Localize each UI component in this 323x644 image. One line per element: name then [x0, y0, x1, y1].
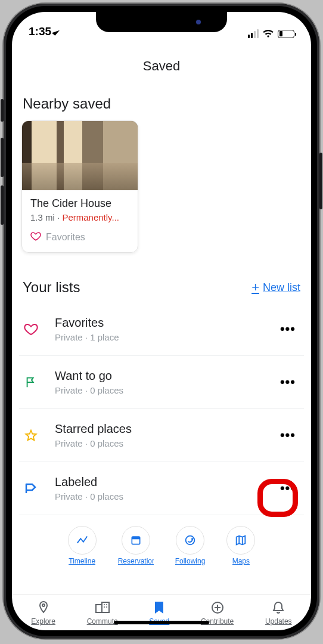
notch: [96, 12, 227, 32]
location-services-icon: [52, 27, 60, 36]
nearby-heading: Nearby saved: [19, 95, 304, 120]
heart-icon: [30, 231, 41, 244]
svg-rect-5: [102, 602, 109, 612]
more-icon[interactable]: •••: [278, 424, 298, 447]
chip-maps[interactable]: Maps: [226, 526, 255, 565]
list-name: Labeled: [55, 475, 262, 489]
label-icon: [23, 482, 39, 495]
more-icon[interactable]: •••: [278, 318, 298, 340]
front-camera: [196, 20, 201, 24]
list-name: Favorites: [55, 316, 262, 330]
list-name: Starred places: [55, 422, 262, 436]
list-sub: Private · 0 places: [55, 491, 262, 501]
list-sub: Private · 1 place: [55, 332, 262, 342]
svg-point-3: [42, 604, 45, 606]
flag-icon: [23, 376, 39, 389]
new-list-button[interactable]: + New list: [251, 280, 300, 295]
power-button[interactable]: [319, 153, 322, 209]
volume-up-button[interactable]: [1, 138, 4, 177]
heart-icon: [23, 322, 39, 336]
plus-icon: +: [251, 280, 259, 295]
place-meta: 1.3 mi · Permanently...: [30, 212, 129, 222]
phone-frame: 1:35 Saved Nearby saved The Cider House: [4, 4, 319, 639]
svg-rect-1: [132, 537, 139, 539]
list-row-want-to-go[interactable]: Want to go Private · 0 places •••: [19, 356, 304, 409]
wifi-icon: [262, 29, 274, 38]
place-thumbnail: [22, 121, 138, 190]
chip-reservations[interactable]: Reservations: [118, 526, 154, 565]
place-list-chip: Favorites: [30, 231, 129, 244]
place-name: The Cider House: [30, 197, 129, 210]
your-lists-heading: Your lists: [23, 279, 80, 296]
volume-down-button[interactable]: [1, 185, 4, 225]
content: Saved Nearby saved The Cider House 1.3 m…: [12, 39, 311, 594]
battery-icon: [278, 30, 294, 38]
tab-explore[interactable]: Explore: [31, 600, 55, 626]
list-sub: Private · 0 places: [55, 438, 262, 448]
list-name: Want to go: [55, 369, 262, 383]
chip-following[interactable]: Following: [175, 526, 206, 565]
list-row-starred[interactable]: Starred places Private · 0 places •••: [19, 409, 304, 462]
tab-updates[interactable]: Updates: [265, 600, 292, 626]
more-icon[interactable]: •••: [278, 371, 298, 394]
home-indicator[interactable]: [114, 621, 209, 624]
list-sub: Private · 0 places: [55, 385, 262, 395]
screen: 1:35 Saved Nearby saved The Cider House: [12, 12, 311, 630]
svg-rect-4: [96, 605, 102, 612]
list-row-favorites[interactable]: Favorites Private · 1 place •••: [19, 303, 304, 356]
tab-commute[interactable]: Commute: [87, 600, 118, 626]
mute-switch[interactable]: [1, 99, 4, 122]
quick-chips: Timeline Reservations Following Maps: [19, 515, 304, 569]
bottom-tab-bar: Explore Commute Saved Contribute Updates: [12, 594, 311, 630]
page-title: Saved: [19, 39, 304, 95]
chip-timeline[interactable]: Timeline: [68, 526, 97, 565]
cell-signal-icon: [248, 29, 259, 38]
more-icon[interactable]: •••: [278, 477, 298, 500]
nearby-saved-card[interactable]: The Cider House 1.3 mi · Permanently... …: [21, 120, 138, 253]
list-row-labeled[interactable]: Labeled Private · 0 places •••: [19, 462, 304, 515]
svg-point-2: [186, 536, 195, 545]
clock: 1:35: [29, 25, 51, 38]
star-icon: [23, 429, 39, 442]
